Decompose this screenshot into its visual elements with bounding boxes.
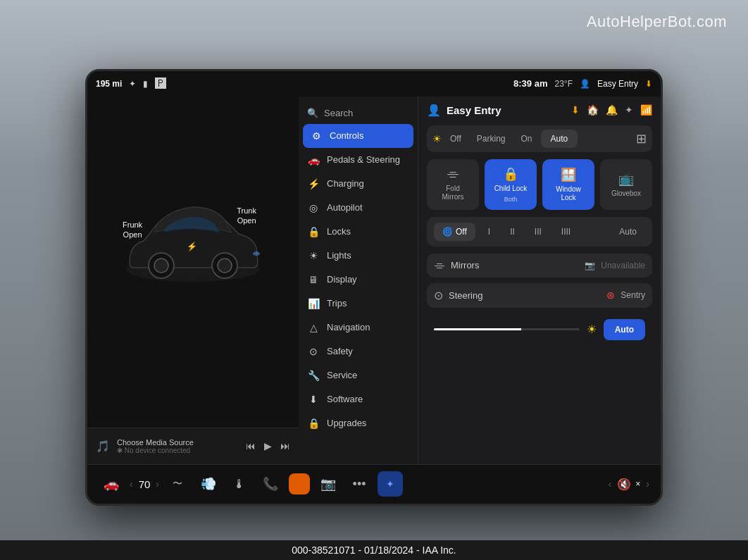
glovebox-icon: 📺 (618, 171, 634, 187)
download-icon: ⬇ (645, 79, 652, 89)
bluetooth-icon: ✦ (129, 79, 136, 89)
temp-decrease-button[interactable]: ‹ (130, 478, 133, 490)
wiper-auto-button[interactable]: Auto (611, 223, 645, 241)
temp-increase-button[interactable]: › (156, 478, 159, 490)
search-box[interactable]: 🔍 Search (299, 102, 418, 124)
navigation-label: Navigation (327, 322, 370, 332)
sidebar-item-autopilot[interactable]: ◎ Autopilot (299, 196, 418, 220)
apps-icon[interactable] (289, 473, 310, 494)
sentry-label: Sentry (621, 290, 645, 300)
menu-panel: 🔍 Search ⚙ Controls 🚗 Pedals & Steering … (299, 97, 418, 464)
sidebar-item-trips[interactable]: 📊 Trips (299, 292, 418, 316)
right-panel: 👤 Easy Entry ⬇ 🏠 🔔 ✦ 📶 ☀ Off Parki (418, 97, 661, 464)
wiper-speed-1[interactable]: I (480, 223, 499, 241)
heat-icon[interactable]: 〜 (165, 471, 190, 497)
mute-icon: 🔇 (617, 478, 631, 491)
brightness-icon: ☀ (587, 323, 597, 336)
bluetooth-header-icon[interactable]: ✦ (625, 104, 633, 116)
temp-value: 70 (139, 478, 151, 490)
wiper-speeds: I II III IIII (480, 223, 579, 241)
child-lock-card[interactable]: 🔒 Child Lock Both (485, 159, 537, 210)
autopilot-label: Autopilot (327, 202, 363, 213)
next-button[interactable]: ⏭ (280, 440, 290, 452)
svg-text:⚡: ⚡ (187, 241, 197, 251)
wiper-off-button[interactable]: 🌀 Off (434, 223, 475, 241)
sidebar-item-navigation[interactable]: △ Navigation (299, 316, 418, 340)
sidebar-item-display[interactable]: 🖥 Display (299, 268, 418, 292)
temperature-control: 70 (139, 478, 151, 490)
wiper-speed-3[interactable]: III (526, 223, 550, 241)
sidebar-item-service[interactable]: 🔧 Service (299, 363, 418, 387)
autopilot-icon: ◎ (307, 202, 320, 213)
lights-parking-button[interactable]: Parking (470, 130, 513, 148)
camera-taskbar-icon[interactable]: 📷 (316, 471, 341, 497)
mirrors-icon: ⌯ (434, 259, 445, 272)
frunk-label[interactable]: Frunk Open (123, 220, 142, 240)
lights-control-row: ☀ Off Parking On Auto ⊞ (427, 125, 652, 152)
wiper-speed-4[interactable]: IIII (553, 223, 579, 241)
sidebar-item-locks[interactable]: 🔒 Locks (299, 220, 418, 244)
range-display: 195 mi (96, 79, 122, 89)
panel-title: Easy Entry (447, 104, 501, 116)
car-display: Frunk Open Trunk Open (87, 97, 299, 464)
watermark: AutoHelperBot.com (587, 13, 727, 31)
fold-mirrors-card[interactable]: ⌯ FoldMirrors (427, 159, 479, 210)
mirrors-row: ⌯ Mirrors 📷 Unavailable (427, 254, 652, 278)
bottom-caption: 000-38521071 - 01/18/2024 - IAA Inc. (0, 540, 748, 560)
prev-button[interactable]: ⏮ (246, 440, 256, 452)
search-icon: 🔍 (307, 108, 318, 118)
volume-label: × (635, 479, 640, 489)
display-layout-icon[interactable]: ⊞ (636, 131, 647, 147)
download-header-icon[interactable]: ⬇ (571, 104, 580, 116)
charging-label: Charging (327, 178, 364, 189)
media-bar: 🎵 Choose Media Source ✱ No device connec… (87, 428, 299, 464)
signal-header-icon[interactable]: 📶 (640, 104, 652, 116)
svg-point-6 (253, 251, 260, 256)
panel-person-icon: 👤 (427, 104, 441, 117)
wiper-control-row: 🌀 Off I II III IIII Auto (427, 217, 652, 247)
camera-icon: 📷 (585, 261, 595, 270)
media-controls[interactable]: ⏮ ▶ ⏭ (246, 440, 290, 452)
sidebar-item-safety[interactable]: ⊙ Safety (299, 340, 418, 363)
lights-off-button[interactable]: Off (443, 130, 468, 148)
sidebar-item-upgrades[interactable]: 🔒 Upgrades (299, 411, 418, 435)
window-lock-card[interactable]: 🪟 WindowLock (542, 159, 594, 210)
lights-auto-button[interactable]: Auto (541, 130, 578, 148)
glovebox-card[interactable]: 📺 Glovebox (600, 159, 652, 210)
vol-next-button[interactable]: › (646, 478, 649, 490)
window-lock-icon: 🪟 (561, 167, 576, 182)
play-button[interactable]: ▶ (264, 440, 272, 452)
phone-icon[interactable]: 📞 (258, 471, 283, 497)
bell-header-icon[interactable]: 🔔 (606, 104, 618, 116)
sidebar-item-software[interactable]: ⬇ Software (299, 387, 418, 411)
bluetooth-taskbar-icon[interactable]: ✦ (378, 471, 403, 497)
sidebar-item-controls[interactable]: ⚙ Controls (303, 124, 413, 148)
more-icon[interactable]: ••• (347, 471, 372, 497)
battery-icon: ▮ (143, 79, 148, 89)
software-label: Software (327, 394, 363, 404)
fan-icon[interactable]: 💨 (196, 471, 221, 497)
lights-on-button[interactable]: On (513, 130, 539, 148)
climate-icon[interactable]: 🌡 (227, 471, 252, 497)
home-header-icon[interactable]: 🏠 (587, 104, 599, 116)
status-icon: 🅿 (155, 77, 166, 90)
sun-icon: ☀ (432, 133, 442, 144)
trunk-label[interactable]: Trunk Open (237, 206, 256, 226)
wiper-speed-2[interactable]: II (501, 223, 523, 241)
controls-label: Controls (330, 130, 363, 141)
auto-mode-button[interactable]: Auto (604, 319, 645, 340)
software-icon: ⬇ (307, 394, 320, 405)
car-silhouette: ⚡ (116, 185, 270, 297)
wiper-off-label: Off (456, 227, 467, 237)
sidebar-item-charging[interactable]: ⚡ Charging (299, 172, 418, 196)
sentry-icon: ⊛ (606, 290, 615, 301)
steering-label: Steering (449, 290, 482, 301)
vol-prev-button[interactable]: ‹ (609, 478, 612, 490)
home-taskbar-icon[interactable]: 🚗 (99, 471, 124, 497)
fold-mirrors-label: FoldMirrors (442, 185, 463, 201)
pedals-label: Pedals & Steering (327, 154, 400, 165)
sidebar-item-pedals[interactable]: 🚗 Pedals & Steering (299, 148, 418, 172)
brightness-slider[interactable] (434, 328, 580, 330)
music-icon: 🎵 (96, 440, 110, 453)
sidebar-item-lights[interactable]: ☀ Lights (299, 244, 418, 268)
